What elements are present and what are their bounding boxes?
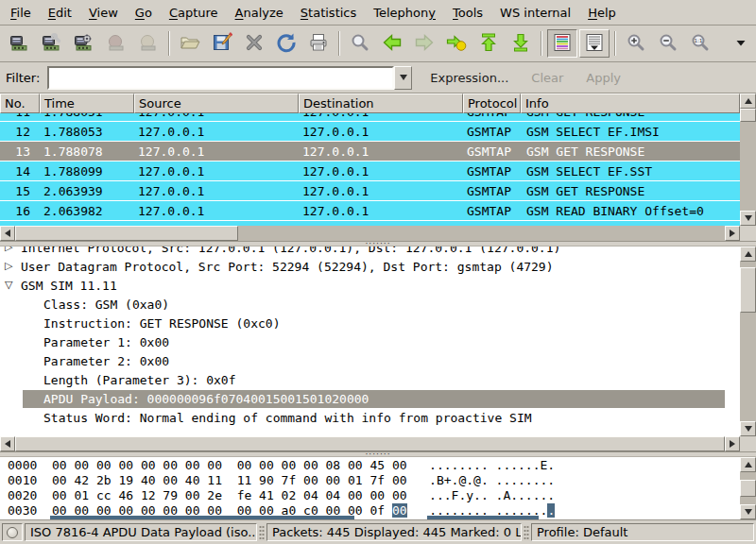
expander-open-icon[interactable]: ▽: [5, 279, 12, 291]
capture-start-button[interactable]: [69, 29, 99, 58]
scroll-right-button[interactable]: [725, 436, 740, 451]
file-close-button[interactable]: [239, 29, 269, 58]
scroll-down-button[interactable]: [740, 421, 756, 436]
filter-input[interactable]: [47, 66, 394, 90]
menu-view[interactable]: View: [80, 2, 127, 24]
capture-interfaces-button[interactable]: [5, 29, 35, 58]
overflow-button[interactable]: [730, 29, 751, 58]
column-header-destination[interactable]: Destination: [299, 94, 463, 113]
vscroll-thumb[interactable]: [740, 480, 756, 497]
hex-row-0020[interactable]: 0020 00 01 cc 46 12 79 00 2e fe 41 02 04…: [8, 488, 740, 503]
partially-visible-detail-row[interactable]: ▷Internet Protocol, Src: 127.0.0.1 (127.…: [0, 246, 740, 258]
vscroll-thumb[interactable]: [740, 109, 756, 122]
column-header-no[interactable]: No.: [0, 94, 40, 113]
colorize-button[interactable]: [547, 29, 577, 58]
hscroll-thumb[interactable]: [15, 436, 725, 451]
menu-analyze[interactable]: Analyze: [227, 2, 292, 24]
column-header-info[interactable]: Info: [521, 94, 740, 113]
scroll-left-button[interactable]: [0, 436, 15, 451]
arrow-left-icon: [5, 440, 10, 448]
detail-row[interactable]: Parameter 2: 0x00: [0, 352, 740, 371]
go-to-packet-button[interactable]: [441, 29, 472, 58]
clear-button[interactable]: Clear: [523, 66, 572, 90]
menu-telephony[interactable]: Telephony: [365, 2, 444, 24]
scroll-down-button[interactable]: [740, 211, 756, 226]
file-save-button[interactable]: [207, 29, 237, 58]
expander-closed-icon[interactable]: ▷: [5, 260, 12, 272]
reload-button[interactable]: [271, 29, 301, 58]
scroll-up-button[interactable]: [740, 457, 756, 472]
statusbar-grip[interactable]: [524, 525, 529, 539]
menu-edit[interactable]: Edit: [40, 2, 80, 24]
scroll-up-button[interactable]: [740, 94, 756, 109]
packet-row-14[interactable]: 141.788099127.0.0.1127.0.0.1GSMTAPGSM SE…: [0, 162, 740, 181]
scroll-up-button[interactable]: [740, 246, 756, 262]
expression-button[interactable]: Expression...: [421, 66, 517, 90]
column-header-time[interactable]: Time: [40, 94, 134, 113]
scroll-down-button[interactable]: [740, 504, 756, 519]
scroll-right-button[interactable]: [725, 226, 740, 241]
hex-vscrollbar[interactable]: [740, 457, 756, 519]
details-vscrollbar[interactable]: [740, 246, 756, 451]
packet-row-11[interactable]: 111.788051127.0.0.1127.0.0.1GSMTAPGSM GE…: [0, 113, 740, 122]
packet-list-vscrollbar[interactable]: [740, 94, 756, 241]
packet-row-13[interactable]: 131.788078127.0.0.1127.0.0.1GSMTAPGSM GE…: [0, 142, 740, 162]
go-bottom-button[interactable]: [506, 29, 536, 58]
cell-time: 2.063939: [40, 184, 134, 198]
detail-row[interactable]: Parameter 1: 0x00: [0, 333, 740, 352]
selected-ascii-byte[interactable]: .: [547, 503, 555, 518]
print-button[interactable]: [303, 29, 334, 58]
cell-destination: 127.0.0.1: [299, 164, 463, 178]
capture-options-button[interactable]: [37, 29, 67, 58]
zoom-100-button[interactable]: 1:1: [685, 29, 715, 58]
menu-tools[interactable]: Tools: [444, 2, 491, 24]
hscroll-thumb[interactable]: [15, 226, 238, 241]
scroll-left-button[interactable]: [0, 226, 15, 241]
detail-row[interactable]: APDU Payload: 000000096f0704001500150102…: [0, 390, 740, 409]
zoom-out-button[interactable]: [653, 29, 683, 58]
selected-hex-byte[interactable]: 00: [392, 503, 407, 518]
packet-row-16[interactable]: 162.063982127.0.0.1127.0.0.1GSMTAPGSM RE…: [0, 201, 740, 221]
menu-statistics[interactable]: Statistics: [292, 2, 365, 24]
menu-help[interactable]: Help: [579, 2, 625, 24]
expander-closed-icon[interactable]: ▷: [5, 246, 12, 253]
statusbar-grip[interactable]: [259, 525, 265, 539]
auto-scroll-button[interactable]: [579, 29, 610, 58]
partially-visible-row[interactable]: 111.788051127.0.0.1127.0.0.1GSMTAPGSM GE…: [0, 113, 740, 122]
menu-capture[interactable]: Capture: [161, 2, 227, 24]
detail-row[interactable]: ▷User Datagram Protocol, Src Port: 52294…: [0, 258, 740, 277]
capture-restart-button[interactable]: [133, 29, 163, 58]
detail-row[interactable]: ▷Internet Protocol, Src: 127.0.0.1 (127.…: [0, 246, 740, 258]
file-open-button[interactable]: [175, 29, 205, 58]
details-hscrollbar[interactable]: [0, 436, 740, 451]
cell-source: 127.0.0.1: [134, 184, 299, 198]
detail-row[interactable]: ▽GSM SIM 11.11: [0, 277, 740, 296]
menu-file[interactable]: File: [2, 2, 40, 24]
packet-row-12[interactable]: 121.788053127.0.0.1127.0.0.1GSMTAPGSM SE…: [0, 122, 740, 142]
column-header-source[interactable]: Source: [134, 94, 299, 113]
detail-row[interactable]: Class: GSM (0xa0): [0, 296, 740, 314]
cell-destination: 127.0.0.1: [299, 184, 463, 198]
menu-ws-internal[interactable]: WS internal: [491, 2, 579, 24]
expert-info-indicator[interactable]: [2, 523, 23, 541]
find-button[interactable]: [345, 29, 375, 58]
column-header-protocol[interactable]: Protocol: [463, 94, 521, 113]
apply-button[interactable]: Apply: [577, 66, 629, 90]
selected-detail-row[interactable]: APDU Payload: 000000096f0704001500150102…: [23, 390, 725, 408]
go-back-button[interactable]: [377, 29, 407, 58]
capture-stop-button[interactable]: [101, 29, 131, 58]
zoom-in-button[interactable]: [621, 29, 651, 58]
vscroll-thumb[interactable]: [740, 267, 756, 313]
detail-row[interactable]: Status Word: Normal ending of command wi…: [0, 409, 740, 428]
menu-go[interactable]: Go: [127, 2, 161, 24]
hex-row-0000[interactable]: 0000 00 00 00 00 00 00 00 00 00 00 00 00…: [8, 458, 740, 473]
hex-dump-rows[interactable]: 0000 00 00 00 00 00 00 00 00 00 00 00 00…: [0, 457, 740, 519]
packet-list-hscrollbar[interactable]: [0, 226, 740, 241]
filter-dropdown-button[interactable]: [394, 66, 412, 90]
hex-row-0010[interactable]: 0010 00 42 2b 19 40 00 40 11 11 90 7f 00…: [8, 473, 740, 488]
go-forward-button[interactable]: [409, 29, 439, 58]
packet-row-15[interactable]: 152.063939127.0.0.1127.0.0.1GSMTAPGSM GE…: [0, 181, 740, 201]
detail-row[interactable]: Instruction: GET RESPONSE (0xc0): [0, 314, 740, 333]
detail-row[interactable]: Length (Parameter 3): 0x0f: [0, 371, 740, 390]
go-top-button[interactable]: [473, 29, 504, 58]
